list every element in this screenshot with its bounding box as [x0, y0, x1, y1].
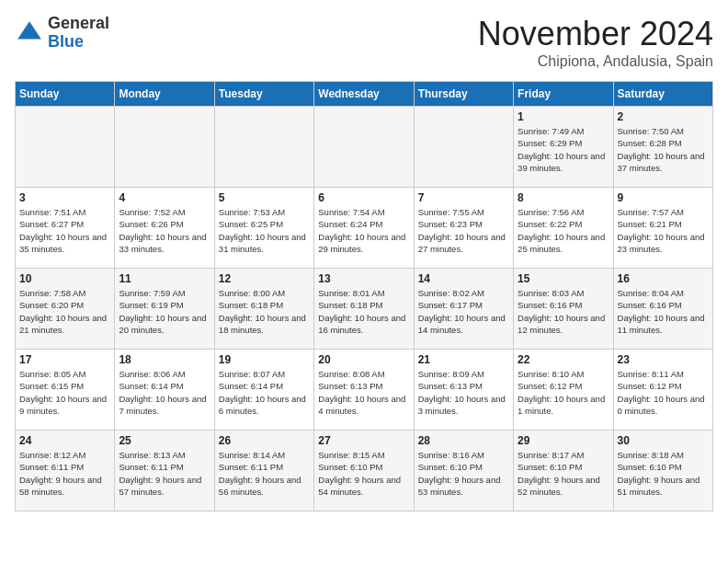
- calendar-week-3: 10Sunrise: 7:58 AMSunset: 6:20 PMDayligh…: [16, 269, 713, 350]
- header-sunday: Sunday: [16, 82, 115, 107]
- calendar-cell: 1Sunrise: 7:49 AMSunset: 6:29 PMDaylight…: [514, 107, 613, 188]
- day-number: 14: [418, 272, 509, 285]
- day-number: 28: [418, 434, 509, 447]
- calendar-body: 1Sunrise: 7:49 AMSunset: 6:29 PMDaylight…: [16, 107, 713, 511]
- calendar-cell: [115, 107, 214, 188]
- calendar-cell: 23Sunrise: 8:11 AMSunset: 6:12 PMDayligh…: [613, 350, 712, 431]
- calendar-cell: 9Sunrise: 7:57 AMSunset: 6:21 PMDaylight…: [613, 188, 712, 269]
- day-info: Sunrise: 8:06 AMSunset: 6:14 PMDaylight:…: [119, 368, 210, 417]
- day-number: 12: [219, 272, 310, 285]
- calendar-cell: 7Sunrise: 7:55 AMSunset: 6:23 PMDaylight…: [414, 188, 513, 269]
- logo-blue: Blue: [48, 33, 109, 52]
- day-info: Sunrise: 8:15 AMSunset: 6:10 PMDaylight:…: [318, 449, 409, 498]
- day-number: 2: [618, 110, 709, 123]
- day-number: 22: [518, 353, 609, 366]
- logo-text: General Blue: [48, 15, 109, 52]
- day-info: Sunrise: 8:10 AMSunset: 6:12 PMDaylight:…: [518, 368, 609, 417]
- day-number: 10: [19, 272, 110, 285]
- day-number: 27: [318, 434, 409, 447]
- day-info: Sunrise: 8:12 AMSunset: 6:11 PMDaylight:…: [19, 449, 110, 498]
- day-number: 19: [219, 353, 310, 366]
- day-number: 7: [418, 191, 509, 204]
- day-number: 23: [618, 353, 709, 366]
- calendar-cell: 5Sunrise: 7:53 AMSunset: 6:25 PMDaylight…: [214, 188, 313, 269]
- day-number: 1: [518, 110, 609, 123]
- day-info: Sunrise: 8:11 AMSunset: 6:12 PMDaylight:…: [618, 368, 709, 417]
- day-number: 20: [318, 353, 409, 366]
- day-info: Sunrise: 8:03 AMSunset: 6:16 PMDaylight:…: [518, 287, 609, 336]
- calendar-cell: 30Sunrise: 8:18 AMSunset: 6:10 PMDayligh…: [613, 431, 712, 511]
- calendar-cell: 18Sunrise: 8:06 AMSunset: 6:14 PMDayligh…: [115, 350, 214, 431]
- day-number: 17: [19, 353, 110, 366]
- calendar-cell: 8Sunrise: 7:56 AMSunset: 6:22 PMDaylight…: [514, 188, 613, 269]
- day-info: Sunrise: 7:50 AMSunset: 6:28 PMDaylight:…: [618, 125, 709, 174]
- day-info: Sunrise: 7:57 AMSunset: 6:21 PMDaylight:…: [618, 206, 709, 255]
- day-number: 13: [318, 272, 409, 285]
- calendar-week-4: 17Sunrise: 8:05 AMSunset: 6:15 PMDayligh…: [16, 350, 713, 431]
- calendar-cell: 3Sunrise: 7:51 AMSunset: 6:27 PMDaylight…: [16, 188, 115, 269]
- day-number: 21: [418, 353, 509, 366]
- day-number: 3: [19, 191, 110, 204]
- day-number: 26: [219, 434, 310, 447]
- day-info: Sunrise: 8:05 AMSunset: 6:15 PMDaylight:…: [19, 368, 110, 417]
- day-number: 30: [618, 434, 709, 447]
- calendar-cell: 13Sunrise: 8:01 AMSunset: 6:18 PMDayligh…: [314, 269, 414, 350]
- day-number: 16: [618, 272, 709, 285]
- calendar-cell: 14Sunrise: 8:02 AMSunset: 6:17 PMDayligh…: [414, 269, 513, 350]
- day-info: Sunrise: 8:09 AMSunset: 6:13 PMDaylight:…: [418, 368, 509, 417]
- header-wednesday: Wednesday: [314, 82, 414, 107]
- calendar-cell: 12Sunrise: 8:00 AMSunset: 6:18 PMDayligh…: [214, 269, 313, 350]
- header-row: Sunday Monday Tuesday Wednesday Thursday…: [16, 82, 713, 107]
- calendar-cell: 6Sunrise: 7:54 AMSunset: 6:24 PMDaylight…: [314, 188, 414, 269]
- calendar-cell: 25Sunrise: 8:13 AMSunset: 6:11 PMDayligh…: [115, 431, 214, 511]
- calendar-week-2: 3Sunrise: 7:51 AMSunset: 6:27 PMDaylight…: [16, 188, 713, 269]
- day-info: Sunrise: 8:08 AMSunset: 6:13 PMDaylight:…: [318, 368, 409, 417]
- calendar-cell: [314, 107, 414, 188]
- calendar-cell: 21Sunrise: 8:09 AMSunset: 6:13 PMDayligh…: [414, 350, 513, 431]
- day-number: 5: [219, 191, 310, 204]
- calendar-cell: 26Sunrise: 8:14 AMSunset: 6:11 PMDayligh…: [214, 431, 313, 511]
- day-info: Sunrise: 8:16 AMSunset: 6:10 PMDaylight:…: [418, 449, 509, 498]
- calendar-cell: 4Sunrise: 7:52 AMSunset: 6:26 PMDaylight…: [115, 188, 214, 269]
- calendar-header: Sunday Monday Tuesday Wednesday Thursday…: [16, 82, 713, 107]
- calendar-cell: 24Sunrise: 8:12 AMSunset: 6:11 PMDayligh…: [16, 431, 115, 511]
- day-number: 8: [518, 191, 609, 204]
- header-thursday: Thursday: [414, 82, 513, 107]
- calendar-cell: 17Sunrise: 8:05 AMSunset: 6:15 PMDayligh…: [16, 350, 115, 431]
- svg-marker-0: [17, 21, 41, 39]
- day-number: 9: [618, 191, 709, 204]
- day-info: Sunrise: 8:00 AMSunset: 6:18 PMDaylight:…: [219, 287, 310, 336]
- title-area: November 2024 Chipiona, Andalusia, Spain: [478, 15, 713, 70]
- day-info: Sunrise: 7:58 AMSunset: 6:20 PMDaylight:…: [19, 287, 110, 336]
- header-tuesday: Tuesday: [214, 82, 313, 107]
- day-info: Sunrise: 7:56 AMSunset: 6:22 PMDaylight:…: [518, 206, 609, 255]
- day-info: Sunrise: 8:07 AMSunset: 6:14 PMDaylight:…: [219, 368, 310, 417]
- calendar-cell: 15Sunrise: 8:03 AMSunset: 6:16 PMDayligh…: [514, 269, 613, 350]
- calendar-cell: 10Sunrise: 7:58 AMSunset: 6:20 PMDayligh…: [16, 269, 115, 350]
- calendar-cell: 22Sunrise: 8:10 AMSunset: 6:12 PMDayligh…: [514, 350, 613, 431]
- calendar-cell: 29Sunrise: 8:17 AMSunset: 6:10 PMDayligh…: [514, 431, 613, 511]
- day-info: Sunrise: 7:51 AMSunset: 6:27 PMDaylight:…: [19, 206, 110, 255]
- day-number: 18: [119, 353, 210, 366]
- day-info: Sunrise: 8:01 AMSunset: 6:18 PMDaylight:…: [318, 287, 409, 336]
- day-info: Sunrise: 7:59 AMSunset: 6:19 PMDaylight:…: [119, 287, 210, 336]
- calendar-table: Sunday Monday Tuesday Wednesday Thursday…: [15, 81, 713, 511]
- calendar-week-1: 1Sunrise: 7:49 AMSunset: 6:29 PMDaylight…: [16, 107, 713, 188]
- calendar-cell: 2Sunrise: 7:50 AMSunset: 6:28 PMDaylight…: [613, 107, 712, 188]
- day-info: Sunrise: 7:52 AMSunset: 6:26 PMDaylight:…: [119, 206, 210, 255]
- calendar-cell: 16Sunrise: 8:04 AMSunset: 6:16 PMDayligh…: [613, 269, 712, 350]
- header-friday: Friday: [514, 82, 613, 107]
- calendar-cell: 19Sunrise: 8:07 AMSunset: 6:14 PMDayligh…: [214, 350, 313, 431]
- header: General Blue November 2024 Chipiona, And…: [15, 15, 713, 70]
- logo-general: General: [48, 15, 109, 33]
- day-info: Sunrise: 7:53 AMSunset: 6:25 PMDaylight:…: [219, 206, 310, 255]
- day-info: Sunrise: 8:17 AMSunset: 6:10 PMDaylight:…: [518, 449, 609, 498]
- subtitle: Chipiona, Andalusia, Spain: [478, 53, 713, 70]
- header-saturday: Saturday: [613, 82, 712, 107]
- month-title: November 2024: [478, 15, 713, 53]
- logo-icon: [15, 18, 44, 48]
- day-info: Sunrise: 8:04 AMSunset: 6:16 PMDaylight:…: [618, 287, 709, 336]
- day-number: 15: [518, 272, 609, 285]
- calendar-cell: [414, 107, 513, 188]
- day-number: 4: [119, 191, 210, 204]
